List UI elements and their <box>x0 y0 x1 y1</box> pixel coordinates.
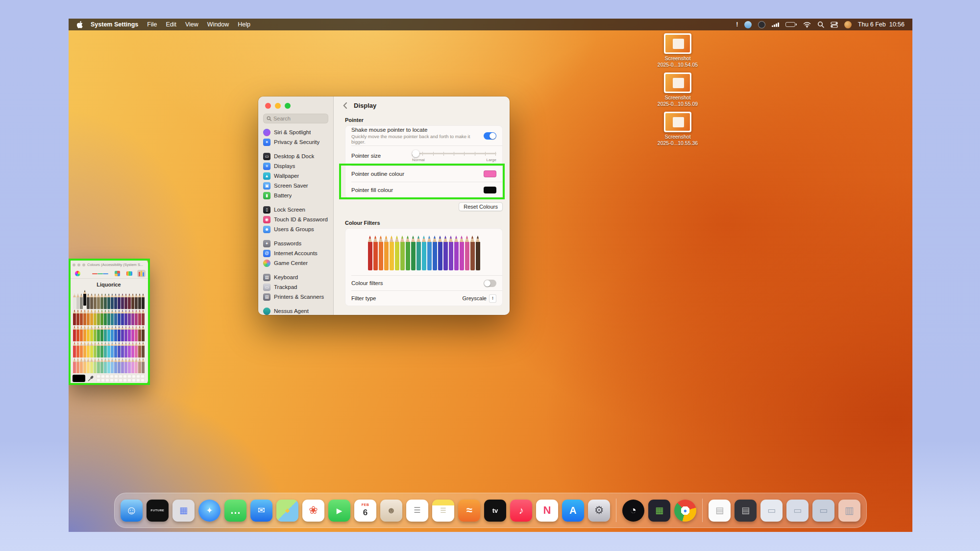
filter-type-select[interactable]: Greyscale ▲▼ <box>462 294 496 303</box>
pencil[interactable] <box>94 358 97 373</box>
pencil[interactable] <box>121 326 124 342</box>
pencil[interactable] <box>128 310 131 326</box>
pencil[interactable] <box>131 358 135 373</box>
pencil-palette[interactable] <box>70 289 148 373</box>
pencil[interactable] <box>107 293 111 310</box>
pencil[interactable] <box>73 326 76 342</box>
pencil[interactable] <box>97 326 100 342</box>
dock-news[interactable]: N <box>536 500 558 522</box>
pencil[interactable] <box>111 358 114 373</box>
pencil[interactable] <box>100 326 104 342</box>
color-wheel-icon[interactable] <box>74 270 82 277</box>
pencil[interactable] <box>131 342 135 358</box>
swatch-cell[interactable] <box>127 375 131 378</box>
dock-messages[interactable]: … <box>224 500 246 522</box>
sidebar-item-screen-saver[interactable]: ▣Screen Saver <box>261 181 330 191</box>
pencil[interactable] <box>118 310 121 326</box>
slider-knob[interactable] <box>412 150 419 157</box>
pencil[interactable] <box>76 358 80 373</box>
pencil[interactable] <box>111 293 114 310</box>
swatch-cell[interactable] <box>123 375 127 378</box>
pencil[interactable] <box>142 342 145 358</box>
pencil[interactable] <box>87 293 90 310</box>
pencil[interactable] <box>73 310 76 326</box>
pencil[interactable] <box>94 293 97 310</box>
pencil[interactable] <box>124 310 128 326</box>
swatch-cell[interactable] <box>110 375 114 378</box>
dock-widgets-app[interactable]: ▦ <box>648 500 670 522</box>
pencil[interactable] <box>131 293 135 310</box>
colour-filters-toggle[interactable] <box>484 280 496 287</box>
pencil[interactable] <box>124 358 128 373</box>
apple-menu-icon[interactable] <box>76 21 83 28</box>
desktop-icon-screenshot-1[interactable]: Screenshot2025-0...10.54.05 <box>647 33 708 68</box>
pencil[interactable] <box>97 342 100 358</box>
menu-view[interactable]: View <box>185 21 198 28</box>
dock-calendar[interactable]: FEB6 <box>354 500 376 522</box>
swatch-cell[interactable] <box>123 379 127 382</box>
pencil[interactable] <box>73 293 76 310</box>
pencil[interactable] <box>80 310 83 326</box>
zoom-button[interactable] <box>82 264 85 266</box>
dock-maps[interactable]: ◆ <box>276 500 298 522</box>
pencil[interactable] <box>121 358 124 373</box>
close-button[interactable] <box>73 264 75 266</box>
pencil[interactable] <box>94 342 97 358</box>
pencil[interactable] <box>80 342 83 358</box>
pencil[interactable] <box>135 310 138 326</box>
pencil[interactable] <box>73 342 76 358</box>
dock-finder[interactable]: ☺ <box>121 500 143 522</box>
pencil[interactable] <box>111 310 114 326</box>
pointer-outline-colour-swatch[interactable] <box>484 170 496 177</box>
pointer-size-slider[interactable]: Normal Large <box>412 149 496 163</box>
dock-clock[interactable]: ◔ <box>622 500 644 522</box>
pencil[interactable] <box>104 310 107 326</box>
pencil[interactable] <box>104 358 107 373</box>
swatch-cell[interactable] <box>127 379 131 382</box>
pencil[interactable] <box>87 358 90 373</box>
sidebar-item-users-groups[interactable]: ☻Users & Groups <box>261 224 330 234</box>
dock-chrome[interactable]: ● <box>674 500 696 522</box>
dock-facetime[interactable]: ▶ <box>328 500 350 522</box>
swatch-cell[interactable] <box>119 379 122 382</box>
exclamation-icon[interactable]: ! <box>736 21 738 28</box>
dock-photos[interactable]: ❀ <box>302 500 324 522</box>
pencil[interactable] <box>114 326 118 342</box>
pencil[interactable] <box>135 342 138 358</box>
sidebar-item-internet-accounts[interactable]: @Internet Accounts <box>261 248 330 258</box>
minimize-button[interactable] <box>77 264 80 266</box>
pencil[interactable] <box>107 342 111 358</box>
dock-document-white[interactable]: ▤ <box>709 500 731 522</box>
back-button[interactable] <box>341 100 349 111</box>
battery-icon[interactable] <box>785 22 797 27</box>
pencil[interactable] <box>135 293 138 310</box>
pencil[interactable] <box>107 358 111 373</box>
pencil[interactable] <box>94 310 97 326</box>
pencil[interactable] <box>131 326 135 342</box>
pencil[interactable] <box>90 310 94 326</box>
pencil[interactable] <box>83 358 87 373</box>
siri-icon[interactable] <box>844 21 852 28</box>
pencil[interactable] <box>118 342 121 358</box>
dock-window-thumb-1[interactable]: ▭ <box>760 500 783 522</box>
dock-system-settings[interactable]: ⚙ <box>588 500 610 522</box>
close-button[interactable] <box>265 103 271 109</box>
pencil[interactable] <box>121 310 124 326</box>
swatch-cell[interactable] <box>136 379 140 382</box>
pencil[interactable] <box>83 326 87 342</box>
pencil[interactable] <box>90 326 94 342</box>
pencil[interactable] <box>114 358 118 373</box>
dock-music[interactable]: ♪ <box>510 500 532 522</box>
dock-mail[interactable]: ✉ <box>250 500 272 522</box>
record-icon[interactable] <box>758 21 765 28</box>
swatch-cell[interactable] <box>119 375 122 378</box>
selected-colour-swatch[interactable] <box>73 375 85 382</box>
swatch-cell[interactable] <box>132 379 136 382</box>
sidebar-item-keyboard[interactable]: ▤Keyboard <box>261 272 330 282</box>
dock-app-store[interactable]: A <box>562 500 584 522</box>
swatch-cell[interactable] <box>110 379 114 382</box>
pencil[interactable] <box>128 358 131 373</box>
pencil[interactable] <box>138 326 142 342</box>
pencil[interactable] <box>104 326 107 342</box>
pencil[interactable] <box>76 326 80 342</box>
